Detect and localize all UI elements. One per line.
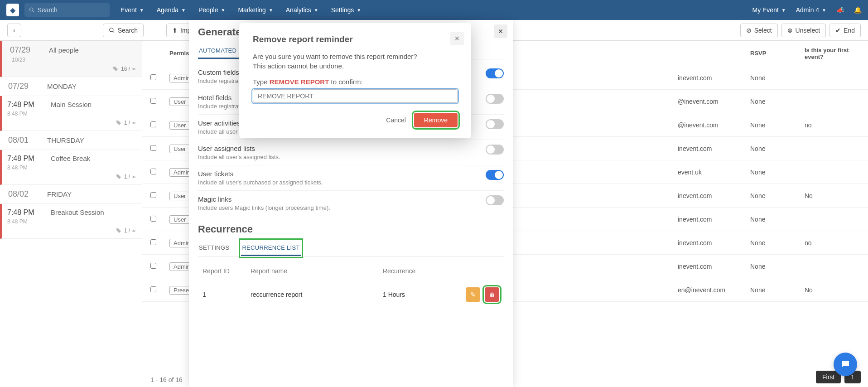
modal-close-button[interactable]: ✕ [450, 32, 464, 45]
confirm-input[interactable] [253, 89, 458, 103]
cancel-button[interactable]: Cancel [384, 113, 408, 127]
remove-button[interactable]: Remove [414, 113, 458, 127]
type-prefix: Type [253, 78, 270, 86]
chat-icon [840, 359, 851, 370]
type-strong: REMOVE REPORT [270, 78, 329, 86]
modal-line-2: This action cannot be undone. [253, 62, 458, 70]
help-fab[interactable] [834, 353, 857, 376]
modal-type-instruction: Type REMOVE REPORT to confirm: [253, 78, 458, 86]
type-suffix: to confirm: [329, 78, 362, 86]
close-icon: ✕ [454, 35, 460, 42]
modal-title: Remove report reminder [253, 34, 458, 44]
modal-line-1: Are you sure you want to remove this rep… [253, 53, 458, 60]
remove-report-modal: ✕ Remove report reminder Are you sure yo… [239, 23, 471, 138]
